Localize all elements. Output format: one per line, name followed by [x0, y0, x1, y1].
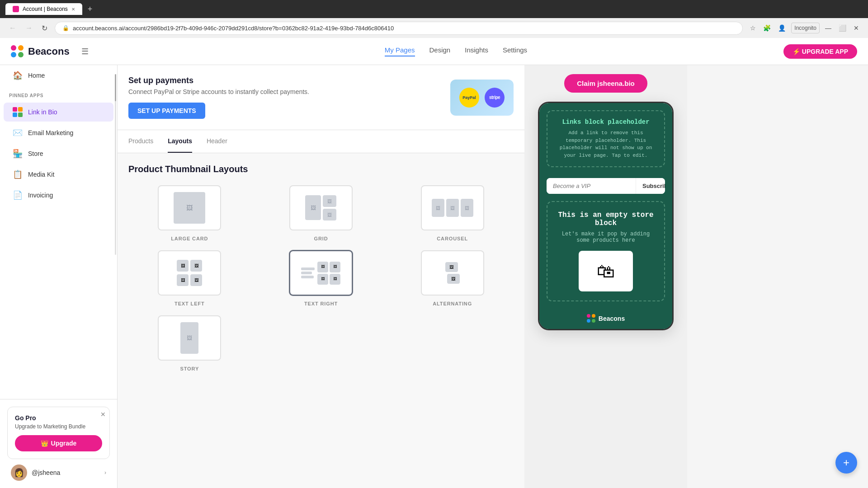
product-illustration-icon: 🛍	[597, 261, 615, 282]
layout-option-text-left[interactable]: 🖼 🖼 🖼	[128, 250, 251, 306]
text-right-inner: 🖼 🖼 🖼	[301, 262, 340, 285]
logo-dot-tr	[18, 45, 24, 51]
sidebar-item-store[interactable]: 🏪 Store	[4, 144, 113, 163]
nav-link-settings[interactable]: Settings	[503, 46, 527, 56]
text-line-1	[301, 267, 315, 270]
tabs-bar: Products Layouts Header	[118, 130, 524, 153]
tab-header[interactable]: Header	[207, 130, 227, 153]
hamburger-menu-icon[interactable]: ☰	[81, 47, 89, 56]
footer-dot-3	[587, 319, 590, 323]
links-block-title: Links block placeholder	[555, 118, 657, 126]
claim-bio-button[interactable]: Claim jsheena.bio	[564, 74, 647, 93]
go-pro-subtitle: Upgrade to Marketing Bundle	[15, 423, 102, 430]
tab-close-btn[interactable]: ✕	[71, 7, 75, 12]
payments-title: Set up payments	[128, 76, 439, 85]
incognito-badge: Incognito	[791, 23, 820, 33]
image-icon: 🖼	[465, 206, 469, 211]
sidebar: 🏠 Home PINNED APPS Link in Bio ✉️ Email …	[0, 65, 118, 488]
image-icon: 🖼	[187, 335, 192, 341]
tl-img-4: 🖼	[190, 274, 202, 286]
tr-img-3: 🖼	[317, 274, 328, 285]
beacons-footer-logo: Beacons	[587, 314, 625, 323]
tab-products[interactable]: Products	[128, 130, 153, 153]
layout-option-grid[interactable]: 🖼 🖼 🖼	[260, 185, 382, 241]
link-in-bio-icon	[13, 107, 23, 117]
back-button[interactable]: ←	[7, 22, 18, 34]
logo-dot-bl	[11, 52, 16, 57]
text-left-inner: 🖼 🖼 🖼	[177, 260, 202, 286]
pinned-apps-label: PINNED APPS	[0, 86, 117, 102]
sidebar-item-email-marketing[interactable]: ✉️ Email Marketing	[4, 123, 113, 142]
nav-link-my-pages[interactable]: My Pages	[385, 46, 415, 56]
new-tab-button[interactable]: +	[86, 5, 94, 14]
vip-subscribe-block: Subscribe	[547, 178, 665, 194]
alt-row-2: 🖼	[445, 274, 460, 284]
links-block-placeholder[interactable]: Links block placeholder Add a link to re…	[547, 110, 665, 167]
logo-dot-br	[18, 52, 24, 57]
fab-button[interactable]: +	[835, 452, 857, 474]
vip-input[interactable]	[547, 178, 636, 194]
go-pro-close-button[interactable]: ✕	[100, 411, 106, 418]
sidebar-bottom: ✕ Go Pro Upgrade to Marketing Bundle 👑 U…	[0, 399, 117, 488]
user-name: @jsheena	[32, 469, 100, 476]
profile-icon[interactable]: 👤	[776, 23, 788, 33]
phone-content: Links block placeholder Add a link to re…	[539, 103, 672, 329]
story-preview: 🖼	[158, 315, 221, 361]
carousel-preview: 🖼 🖼 🖼	[421, 185, 484, 230]
reload-button[interactable]: ↻	[40, 22, 49, 34]
sidebar-item-home[interactable]: 🏠 Home	[4, 66, 113, 85]
grid-img-sm-1: 🖼	[323, 195, 336, 207]
layout-option-large-card[interactable]: 🖼 LARGE CARD	[128, 185, 251, 241]
text-right-imgs: 🖼 🖼 🖼	[317, 262, 340, 285]
browser-nav-actions: ☆ 🧩 👤 Incognito — ⬜ ✕	[748, 23, 861, 33]
layouts-section: Product Thumbnail Layouts 🖼 LARGE CARD	[118, 153, 524, 382]
layout-option-story[interactable]: 🖼 STORY	[128, 315, 251, 371]
phone-mockup: Links block placeholder Add a link to re…	[538, 102, 674, 330]
text-right-preview: 🖼 🖼 🖼	[289, 250, 353, 296]
tr-img-1: 🖼	[317, 262, 328, 272]
tab-layouts[interactable]: Layouts	[168, 130, 192, 153]
store-block-title: This is an empty store block	[555, 211, 657, 227]
browser-nav: ← → ↻ 🔒 account.beacons.ai/account/2986b…	[0, 18, 868, 38]
layout-option-alternating[interactable]: 🖼 🖼	[391, 250, 514, 306]
alternating-inner: 🖼 🖼	[445, 262, 460, 284]
section-title: Product Thumbnail Layouts	[128, 164, 514, 174]
extensions-icon[interactable]: 🧩	[761, 23, 773, 33]
address-bar[interactable]: 🔒 account.beacons.ai/account/2986bd19-2f…	[55, 22, 743, 35]
payments-description: Connect PayPal or Stripe accounts to ins…	[128, 88, 439, 95]
footer-dot-4	[592, 319, 595, 323]
nav-link-design[interactable]: Design	[429, 46, 451, 56]
carousel-img-3: 🖼	[461, 199, 473, 217]
minimize-icon[interactable]: —	[823, 23, 833, 33]
maximize-icon[interactable]: ⬜	[837, 23, 848, 33]
go-pro-upgrade-button[interactable]: 👑 Upgrade	[15, 435, 102, 451]
logo-dot-tl	[11, 45, 16, 51]
nav-link-insights[interactable]: Insights	[465, 46, 488, 56]
subscribe-button[interactable]: Subscribe	[636, 178, 665, 194]
sidebar-item-link-in-bio[interactable]: Link in Bio	[4, 103, 113, 122]
carousel-inner: 🖼 🖼 🖼	[432, 199, 473, 217]
email-icon: ✉️	[13, 128, 23, 138]
setup-payments-button[interactable]: SET UP PAYMENTS	[128, 103, 205, 119]
sidebar-label-home: Home	[28, 72, 45, 79]
layout-option-carousel[interactable]: 🖼 🖼 🖼 CAROUSEL	[391, 185, 514, 241]
payments-logos: PayPal stripe	[450, 80, 514, 116]
layout-option-text-right[interactable]: 🖼 🖼 🖼	[260, 250, 382, 306]
store-block[interactable]: This is an empty store block Let's make …	[547, 201, 665, 301]
upgrade-app-button[interactable]: ⚡ UPGRADE APP	[783, 44, 857, 59]
main-content: 🏠 Home PINNED APPS Link in Bio ✉️ Email …	[0, 65, 868, 488]
large-card-label: LARGE CARD	[171, 236, 208, 241]
close-window-icon[interactable]: ✕	[852, 23, 861, 33]
grid-inner: 🖼 🖼 🖼	[305, 195, 336, 221]
paypal-logo: PayPal	[459, 88, 479, 108]
tl-img-3: 🖼	[177, 274, 189, 286]
browser-tab[interactable]: Account | Beacons ✕	[5, 3, 82, 15]
user-profile[interactable]: 👩 @jsheena ›	[7, 459, 110, 481]
forward-button[interactable]: →	[24, 22, 34, 34]
sidebar-item-invoicing[interactable]: 📄 Invoicing	[4, 186, 113, 205]
lock-icon: 🔒	[62, 25, 69, 31]
top-nav-links: My Pages Design Insights Settings	[128, 46, 783, 56]
sidebar-item-media-kit[interactable]: 📋 Media Kit	[4, 165, 113, 184]
bookmark-icon[interactable]: ☆	[748, 23, 758, 33]
store-block-description: Let's make it pop by adding some product…	[555, 231, 657, 244]
